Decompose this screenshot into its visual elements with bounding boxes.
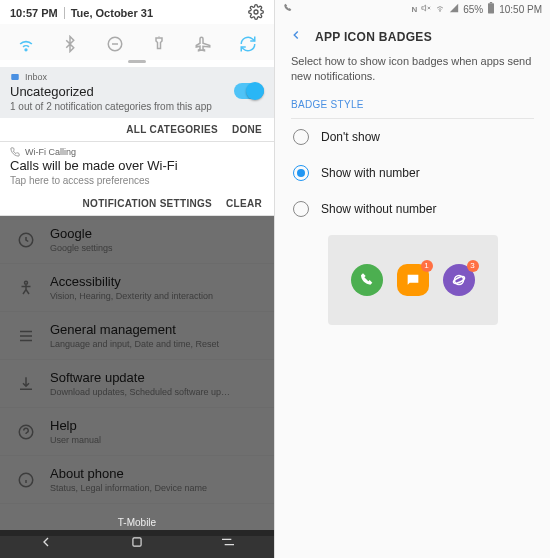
- svg-rect-10: [488, 3, 494, 13]
- wifi-status-icon: [435, 3, 445, 15]
- battery-icon: [487, 2, 495, 16]
- page-description: Select how to show icon badges when apps…: [275, 54, 550, 99]
- status-time-right: 10:50 PM: [499, 4, 542, 15]
- radio-icon: [293, 165, 309, 181]
- left-panel: 10:57 PM Tue, October 31 Inbox Uncategor…: [0, 0, 275, 558]
- svg-rect-11: [490, 2, 492, 3]
- svg-point-13: [452, 275, 465, 284]
- notif-sub: 1 out of 2 notification categories from …: [0, 101, 274, 118]
- badge-count: 3: [467, 260, 479, 272]
- svg-rect-3: [11, 74, 19, 80]
- notification-card-inbox[interactable]: Inbox Uncategorized 1 out of 2 notificat…: [0, 67, 274, 118]
- carrier-label: T-Mobile: [0, 517, 274, 528]
- clear-button[interactable]: CLEAR: [226, 198, 262, 209]
- status-bar-left: 10:57 PM Tue, October 31: [0, 0, 274, 24]
- radio-show-number[interactable]: Show with number: [275, 155, 550, 191]
- status-date: Tue, October 31: [71, 7, 153, 19]
- notif-toggle[interactable]: [234, 83, 264, 99]
- battery-pct: 65%: [463, 4, 483, 15]
- section-label: BADGE STYLE: [275, 99, 550, 114]
- status-time: 10:57 PM: [10, 7, 58, 19]
- page-title: APP ICON BADGES: [315, 30, 432, 44]
- expand-handle[interactable]: [128, 60, 146, 63]
- wifi-icon[interactable]: [12, 30, 40, 58]
- notif-app-label: Inbox: [25, 72, 47, 82]
- notif-title: Calls will be made over Wi-Fi: [10, 158, 178, 173]
- radio-label: Don't show: [321, 130, 380, 144]
- notif-title: Uncategorized: [10, 84, 94, 99]
- notif-app-label: Wi-Fi Calling: [25, 147, 76, 157]
- notif-actions-row: NOTIFICATION SETTINGS CLEAR: [0, 192, 274, 216]
- radio-show-without-number[interactable]: Show without number: [275, 191, 550, 227]
- done-button[interactable]: DONE: [232, 124, 262, 135]
- do-not-disturb-icon[interactable]: [101, 30, 129, 58]
- messages-app-icon: 1: [397, 264, 429, 296]
- nav-back-icon[interactable]: [38, 534, 54, 554]
- radio-label: Show with number: [321, 166, 420, 180]
- quick-settings-row: [0, 24, 274, 60]
- svg-rect-8: [133, 538, 141, 546]
- right-panel: N 65% 10:50 PM APP ICON BADGES Select ho…: [275, 0, 550, 558]
- sync-icon[interactable]: [234, 30, 262, 58]
- nav-bar: [0, 530, 274, 558]
- nfc-icon: N: [411, 5, 417, 14]
- browser-app-icon: 3: [443, 264, 475, 296]
- phone-app-icon: [351, 264, 383, 296]
- radio-icon: [293, 201, 309, 217]
- status-bar-right: N 65% 10:50 PM: [275, 0, 550, 18]
- notif-actions-row: ALL CATEGORIES DONE: [0, 118, 274, 142]
- airplane-icon[interactable]: [189, 30, 217, 58]
- dim-overlay: [0, 216, 274, 536]
- flashlight-icon[interactable]: [145, 30, 173, 58]
- svg-point-0: [254, 10, 258, 14]
- nav-home-icon[interactable]: [130, 535, 144, 553]
- radio-label: Show without number: [321, 202, 436, 216]
- svg-point-1: [25, 49, 27, 51]
- badge-preview: 1 3: [328, 235, 498, 325]
- settings-list: GoogleGoogle settings AccessibilityVisio…: [0, 216, 274, 536]
- signal-icon: [449, 3, 459, 15]
- svg-point-9: [440, 11, 441, 12]
- back-button[interactable]: [289, 28, 303, 46]
- notification-card-wificalling[interactable]: Wi-Fi Calling Calls will be made over Wi…: [0, 142, 274, 192]
- all-categories-button[interactable]: ALL CATEGORIES: [126, 124, 218, 135]
- call-icon: [283, 3, 293, 15]
- notification-settings-button[interactable]: NOTIFICATION SETTINGS: [83, 198, 212, 209]
- page-header: APP ICON BADGES: [275, 18, 550, 54]
- bluetooth-icon[interactable]: [56, 30, 84, 58]
- nav-recents-icon[interactable]: [220, 534, 236, 554]
- radio-icon: [293, 129, 309, 145]
- notif-sub: Tap here to access preferences: [0, 175, 274, 192]
- radio-dont-show[interactable]: Don't show: [275, 119, 550, 155]
- settings-gear-icon[interactable]: [248, 4, 264, 22]
- badge-count: 1: [421, 260, 433, 272]
- mute-icon: [421, 3, 431, 15]
